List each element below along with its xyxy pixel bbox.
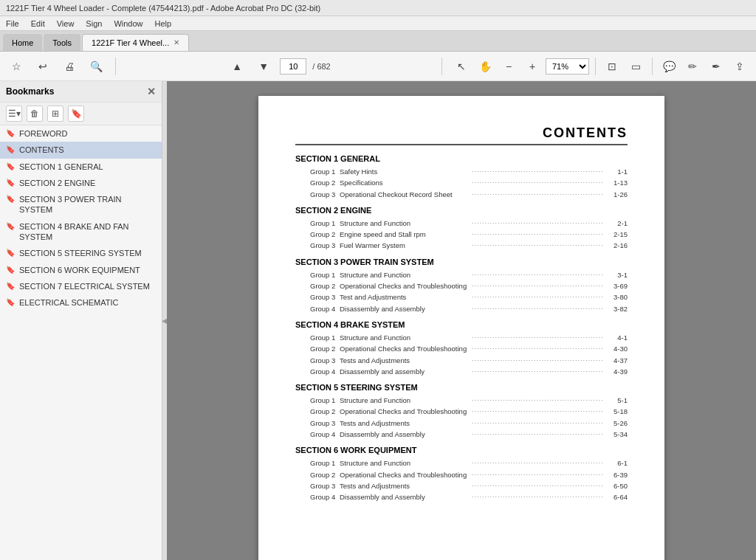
bookmark-label: SECTION 6 WORK EQUIPMENT (19, 265, 140, 275)
toc-group-num: Group 1 (310, 218, 340, 228)
tab-close-button[interactable]: ✕ (173, 38, 179, 46)
page-number-input[interactable] (280, 58, 306, 75)
zoom-in-search-btn[interactable]: 🔍 (86, 56, 106, 77)
toc-group-label: Operational Checks and Troubleshooting (340, 407, 472, 416)
toc-entry-3-0: Group 1 Structure and Function ·········… (295, 332, 628, 343)
toc-group-num: Group 1 (310, 458, 340, 468)
print-btn[interactable]: 🖨 (59, 56, 80, 77)
cursor-tool-btn[interactable]: ↖ (451, 56, 472, 77)
zoom-out-btn[interactable]: − (498, 56, 519, 77)
tab-tools[interactable]: Tools (44, 34, 80, 51)
menu-view[interactable]: View (57, 19, 75, 28)
toc-group-label: Operational Checkout Record Sheet (340, 190, 472, 199)
presentation-btn[interactable]: ▭ (625, 56, 646, 77)
sidebar-delete-btn[interactable]: 🗑 (27, 106, 43, 122)
bookmark-icon: 🔖 (6, 266, 15, 274)
toc-page: 4-39 (604, 367, 628, 376)
toc-page: 6-50 (604, 481, 628, 491)
sidebar-close-btn[interactable]: ✕ (147, 86, 156, 97)
sidebar-bookmark-item-1[interactable]: 🔖CONTENTS (0, 142, 162, 158)
toc-dots: ········································… (472, 356, 604, 365)
highlight-btn[interactable]: ✒ (706, 56, 726, 77)
toc-page: 2-1 (604, 218, 628, 228)
bookmark-toolbar-btn[interactable]: ☆ (6, 56, 27, 77)
fit-page-btn[interactable]: ⊡ (602, 56, 622, 77)
sidebar-collapse-btn[interactable]: 🔖 (68, 106, 84, 122)
toc-group-label: Disassembly and Assembly (340, 429, 472, 439)
tab-bar: Home Tools 1221F Tier 4 Wheel... ✕ (0, 31, 756, 52)
next-page-btn[interactable]: ▼ (253, 56, 274, 77)
sidebar-expand-btn[interactable]: ⊞ (47, 106, 63, 122)
toc-dots: ········································… (472, 470, 604, 480)
toc-entry-2-3: Group 4 Disassembly and Assembly ·······… (295, 303, 628, 314)
bookmark-label: FOREWORD (19, 128, 67, 139)
back-btn[interactable]: ↩ (32, 56, 53, 77)
toc-group-num: Group 2 (310, 281, 340, 291)
contents-underline (295, 144, 628, 145)
toc-group-num: Group 1 (310, 395, 340, 405)
menu-sign[interactable]: Sign (86, 19, 102, 28)
bookmark-icon: 🔖 (6, 129, 15, 137)
sidebar-menu-btn[interactable]: ☰▾ (6, 106, 22, 122)
sidebar-bookmark-item-6[interactable]: 🔖SECTION 5 STEERING SYSTEM (0, 245, 162, 261)
contents-heading: CONTENTS (295, 125, 628, 141)
toc-group-label: Disassembly and assembly (340, 367, 472, 376)
sidebar-bookmark-item-4[interactable]: 🔖SECTION 3 POWER TRAIN SYSTEM (0, 191, 162, 218)
toc-dots: ········································… (472, 407, 604, 416)
sidebar-bookmark-item-2[interactable]: 🔖SECTION 1 GENERAL (0, 159, 162, 175)
toolbar-divider-1 (115, 58, 116, 75)
sidebar-bookmark-item-5[interactable]: 🔖SECTION 4 BRAKE AND FAN SYSTEM (0, 218, 162, 246)
pdf-viewer[interactable]: CONTENTS SECTION 1 GENERAL Group 1 Safet… (167, 81, 756, 560)
menu-edit[interactable]: Edit (31, 19, 45, 28)
bookmark-icon: 🔖 (6, 179, 15, 187)
toc-entry-5-2: Group 3 Tests and Adjustments ··········… (295, 480, 628, 491)
sidebar-bookmark-item-9[interactable]: 🔖ELECTRICAL SCHEMATIC (0, 294, 162, 311)
sidebar-bookmark-item-7[interactable]: 🔖SECTION 6 WORK EQUIPMENT (0, 262, 162, 278)
toolbar-divider-4 (652, 58, 653, 75)
toc-group-num: Group 4 (310, 304, 340, 314)
toc-page: 4-37 (604, 356, 628, 365)
tab-home[interactable]: Home (3, 34, 42, 51)
toc-group-num: Group 4 (310, 492, 340, 502)
bookmark-label: SECTION 7 ELECTRICAL SYSTEM (19, 281, 150, 291)
toc-dots: ········································… (472, 492, 604, 502)
sidebar-bookmark-item-0[interactable]: 🔖FOREWORD (0, 125, 162, 142)
toc-entry-5-1: Group 2 Operational Checks and Troublesh… (295, 469, 628, 480)
hand-tool-btn[interactable]: ✋ (475, 56, 495, 77)
toc-group-label: Operational Checks and Troubleshooting (340, 470, 472, 480)
right-tools: ↖ ✋ − + 71% 50% 75% 100% 125% 150% ⊡ ▭ 💬… (451, 56, 750, 77)
prev-page-btn[interactable]: ▲ (227, 56, 247, 77)
sidebar-bookmark-item-8[interactable]: 🔖SECTION 7 ELECTRICAL SYSTEM (0, 278, 162, 294)
menu-file[interactable]: File (6, 19, 19, 28)
zoom-level-select[interactable]: 71% 50% 75% 100% 125% 150% (546, 58, 589, 75)
bookmark-icon: 🔖 (6, 162, 15, 170)
toc-page: 4-30 (604, 344, 628, 353)
toc-section-heading-2: SECTION 3 POWER TRAIN SYSTEM (295, 257, 628, 266)
toc-entry-4-0: Group 1 Structure and Function ·········… (295, 395, 628, 406)
bookmark-label: SECTION 4 BRAKE AND FAN SYSTEM (19, 221, 156, 243)
toc-group-num: Group 2 (310, 407, 340, 416)
toc-dots: ········································… (472, 458, 604, 468)
menu-window[interactable]: Window (114, 19, 142, 28)
page-total: / 682 (312, 62, 330, 71)
title-bar-text: 1221F Tier 4 Wheel Loader - Complete (47… (6, 4, 320, 13)
toc-page: 6-1 (604, 458, 628, 468)
toc-group-num: Group 4 (310, 429, 340, 439)
toc-page: 2-15 (604, 229, 628, 239)
toc-group-label: Disassembly and Assembly (340, 304, 472, 314)
bookmark-icon: 🔖 (6, 282, 15, 290)
toc-group-label: Engine speed and Stall rpm (340, 229, 472, 239)
zoom-in-btn[interactable]: + (522, 56, 543, 77)
toc-group-num: Group 1 (310, 333, 340, 342)
bookmark-icon: 🔖 (6, 195, 15, 203)
toc-group-num: Group 3 (310, 418, 340, 428)
toc-section-heading-5: SECTION 6 WORK EQUIPMENT (295, 446, 628, 454)
tab-tools-label: Tools (52, 38, 72, 47)
pen-btn[interactable]: ✏ (682, 56, 703, 77)
tab-document[interactable]: 1221F Tier 4 Wheel... ✕ (82, 34, 189, 51)
menu-help[interactable]: Help (155, 19, 172, 28)
tab-document-label: 1221F Tier 4 Wheel... (92, 38, 169, 47)
share-btn[interactable]: ⇪ (729, 56, 750, 77)
comment-btn[interactable]: 💬 (659, 56, 679, 77)
sidebar-bookmark-item-3[interactable]: 🔖SECTION 2 ENGINE (0, 175, 162, 191)
